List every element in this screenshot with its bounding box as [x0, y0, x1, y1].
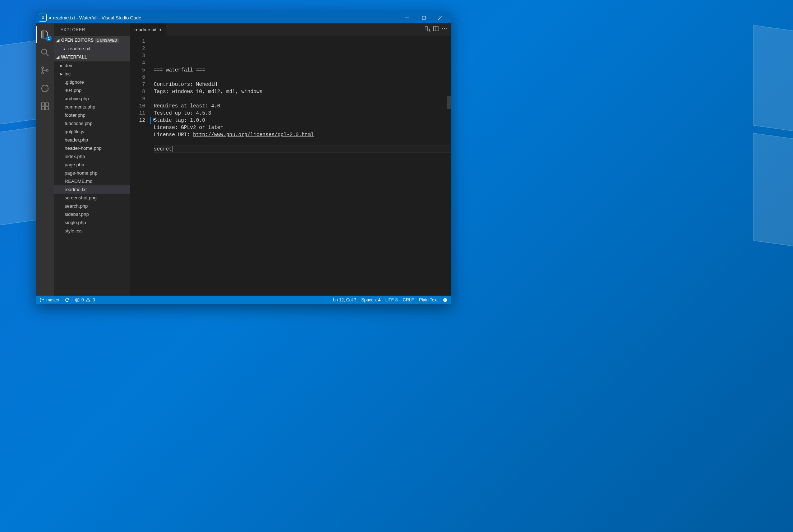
line-number: 2 — [130, 45, 145, 52]
unsaved-pill: 1 UNSAVED — [95, 38, 119, 43]
file-item[interactable]: comments.php — [54, 103, 130, 111]
more-actions-icon[interactable] — [441, 26, 448, 33]
modified-dot-icon — [63, 46, 66, 51]
explorer-tab[interactable]: 1 — [36, 26, 54, 43]
tree-item-label: page-home.php — [65, 170, 97, 176]
maximize-button[interactable] — [415, 12, 432, 23]
tree-item-label: readme.txt — [65, 187, 87, 192]
tree-item-label: functions.php — [65, 121, 92, 126]
svg-point-32 — [446, 299, 446, 300]
code-line[interactable]: Requires at least: 4.0 — [154, 102, 451, 110]
activity-bar: 1 — [36, 23, 54, 296]
file-item[interactable]: header.php — [54, 136, 130, 144]
file-item[interactable]: .gitignore — [54, 78, 130, 86]
line-number: 5 — [130, 66, 145, 74]
find-references-icon[interactable] — [424, 26, 430, 33]
close-button[interactable] — [432, 12, 448, 23]
tree-item-label: index.php — [65, 154, 85, 159]
tree-item-label: page.php — [65, 162, 84, 167]
file-item[interactable]: page.php — [54, 161, 130, 169]
project-header[interactable]: ◢ WATERFALL — [54, 53, 130, 61]
split-editor-icon[interactable] — [433, 26, 439, 33]
file-item[interactable]: sidebar.php — [54, 210, 130, 218]
file-item[interactable]: screenshot.png — [54, 194, 130, 202]
code-line[interactable]: Tested up to: 4.5.3 — [154, 110, 451, 117]
file-item[interactable]: functions.php — [54, 119, 130, 128]
file-item[interactable]: footer.php — [54, 111, 130, 119]
svg-rect-1 — [422, 16, 425, 19]
line-number: 7 — [130, 81, 145, 88]
svg-point-6 — [42, 67, 43, 69]
code-line[interactable]: Tags: windows 10, mdl2, mdl, windows — [154, 88, 451, 95]
tab-readme[interactable]: readme.txt ● — [130, 23, 166, 36]
code-line[interactable]: License: GPLv2 or later — [154, 124, 451, 131]
line-number: 1 — [130, 38, 145, 45]
problems-status[interactable]: 0 0 — [75, 297, 95, 302]
wallpaper-pane — [753, 133, 793, 248]
svg-point-8 — [46, 70, 48, 71]
open-editor-item[interactable]: readme.txt — [54, 45, 130, 53]
file-item[interactable]: gulpfile.js — [54, 128, 130, 136]
file-item[interactable]: archive.php — [54, 94, 130, 103]
debug-tab[interactable] — [36, 79, 54, 97]
svg-point-21 — [446, 28, 447, 29]
line-number: 6 — [130, 74, 145, 81]
code-line[interactable] — [154, 138, 451, 145]
encoding-status[interactable]: UTF-8 — [386, 297, 398, 302]
title-bar[interactable]: ⧉ ● readme.txt - Waterfall - Visual Stud… — [36, 12, 451, 23]
svg-rect-11 — [45, 103, 49, 106]
svg-rect-10 — [41, 103, 45, 106]
code-line[interactable] — [154, 74, 451, 81]
code-line[interactable] — [154, 95, 451, 102]
code-line[interactable]: Contributors: MehediH — [154, 81, 451, 88]
line-number: 11 — [130, 110, 145, 117]
file-item[interactable]: index.php — [54, 152, 130, 161]
cursor-position-status[interactable]: Ln 12, Col 7 — [333, 297, 356, 302]
line-number-gutter: 123456789101112 — [130, 36, 150, 296]
file-item[interactable]: single.php — [54, 218, 130, 227]
eol-status[interactable]: CRLF — [403, 297, 414, 302]
source-control-tab[interactable] — [36, 61, 54, 79]
open-editors-header[interactable]: ◢ OPEN EDITORS 1 UNSAVED — [54, 36, 130, 45]
svg-point-7 — [42, 72, 43, 74]
open-editors-label: OPEN EDITORS — [61, 38, 93, 43]
file-item[interactable]: style.css — [54, 227, 130, 235]
indentation-status[interactable]: Spaces: 4 — [361, 297, 380, 302]
line-number: 9 — [130, 95, 145, 102]
sync-status[interactable] — [65, 297, 70, 302]
tree-item-label: header.php — [65, 137, 88, 143]
extensions-tab[interactable] — [36, 97, 54, 115]
folder-item[interactable]: ▸dev — [54, 61, 130, 70]
scroll-thumb[interactable] — [447, 96, 451, 109]
svg-point-20 — [444, 28, 445, 29]
license-link[interactable]: http://www.gnu.org/licenses/gpl-2.0.html — [193, 132, 314, 138]
window-title: ● readme.txt - Waterfall - Visual Studio… — [49, 15, 399, 20]
tree-item-label: dev — [65, 63, 72, 68]
feedback-icon[interactable] — [443, 297, 448, 302]
file-item[interactable]: readme.txt — [54, 185, 130, 194]
git-branch-status[interactable]: master — [40, 297, 60, 302]
chevron-down-icon: ◢ — [56, 38, 60, 43]
code-line[interactable]: === waterfall === — [154, 66, 451, 74]
file-item[interactable]: page-home.php — [54, 169, 130, 177]
minimize-button[interactable] — [399, 12, 415, 23]
tree-item-label: sidebar.php — [65, 212, 89, 217]
svg-point-19 — [442, 28, 443, 29]
editor-code[interactable]: ➤ === waterfall ===Contributors: MehediH… — [150, 36, 451, 296]
folder-item[interactable]: ▸inc — [54, 70, 130, 78]
file-item[interactable]: 404.php — [54, 86, 130, 94]
search-tab[interactable] — [36, 43, 54, 61]
code-line[interactable]: License URI: http://www.gnu.org/licenses… — [154, 131, 451, 138]
file-item[interactable]: header-home.php — [54, 144, 130, 152]
file-item[interactable]: README.md — [54, 177, 130, 185]
svg-point-30 — [443, 298, 447, 302]
code-line[interactable]: Stable tag: 1.0.0 — [154, 117, 451, 124]
wallpaper-pane — [753, 25, 793, 133]
language-mode-status[interactable]: Plain Text — [419, 297, 438, 302]
svg-rect-12 — [41, 107, 45, 110]
tree-item-label: screenshot.png — [65, 195, 97, 200]
file-item[interactable]: search.php — [54, 202, 130, 210]
app-icon: ⧉ — [39, 14, 47, 22]
editor[interactable]: 123456789101112 ➤ === waterfall ===Contr… — [130, 36, 451, 296]
code-line[interactable]: secret — [154, 145, 451, 153]
